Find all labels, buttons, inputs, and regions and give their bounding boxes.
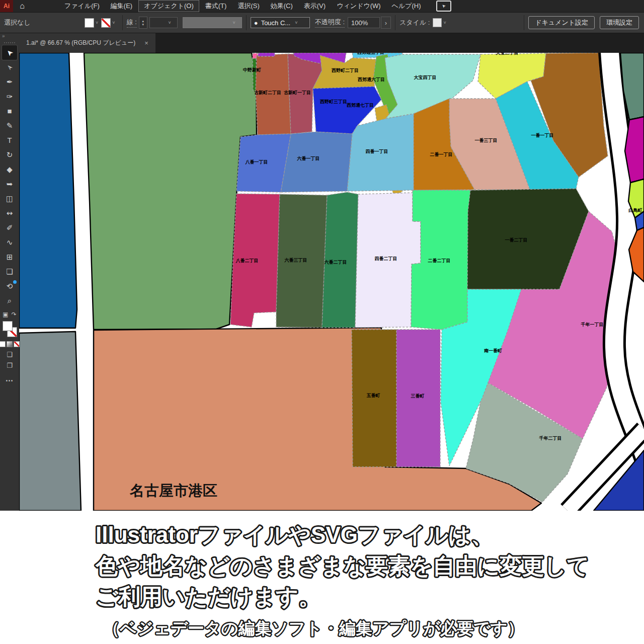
- rectangle-tool-icon: ■: [7, 107, 12, 115]
- fill-color-swatch[interactable]: [85, 18, 94, 28]
- menu-item-view[interactable]: 表示(V): [299, 1, 331, 12]
- width-tool[interactable]: ↭: [2, 206, 17, 220]
- map-label-koshinmachi-2[interactable]: 古新町二丁目: [254, 90, 281, 95]
- menu-item-edit[interactable]: 編集(E): [106, 1, 137, 12]
- style-swatch[interactable]: [433, 18, 442, 27]
- rotate-tool[interactable]: ↻: [2, 147, 17, 162]
- stepper-down-icon[interactable]: ▾: [142, 23, 144, 26]
- map-label-nakano-shinmachi[interactable]: 中野新町: [243, 67, 261, 72]
- map-label-niban-1[interactable]: 二番一丁目: [430, 152, 453, 157]
- edit-toolbar-button[interactable]: …: [6, 374, 14, 383]
- menu-item-help[interactable]: ヘルプ(H): [387, 1, 426, 12]
- artboard-canvas[interactable]: 中野新町古新町二丁目古新町一丁目西野町二丁目西郊通六丁目西野町三丁目西郊通七丁目…: [19, 53, 644, 511]
- preferences-button[interactable]: 環境設定: [600, 16, 639, 29]
- none-button[interactable]: [14, 341, 20, 347]
- map-label-yonban-1[interactable]: 四番一丁目: [366, 149, 388, 154]
- pointer-mode-icon[interactable]: ➤: [436, 1, 451, 12]
- document-tab-title: 1.ai* @ 66.67 % (RGB/CPU プレビュー): [26, 39, 135, 47]
- map-label-sennen-2[interactable]: 千年二丁目: [539, 436, 562, 441]
- map-label-yonban-2[interactable]: 四番二丁目: [375, 256, 397, 261]
- map-label-ichiban-1[interactable]: 一番一丁目: [531, 133, 554, 138]
- panel-grip-handle[interactable]: [4, 42, 15, 43]
- stroke-dropdown-icon[interactable]: ˅: [112, 20, 115, 25]
- map-title-label[interactable]: 名古屋市港区: [129, 482, 217, 499]
- stroke-weight-stepper[interactable]: ▴ ▾: [139, 17, 147, 29]
- map-label-hachiban-1[interactable]: 八番一丁目: [245, 159, 268, 165]
- document-setup-button[interactable]: ドキュメント設定: [528, 16, 595, 29]
- gradient-tool[interactable]: ◫: [2, 191, 17, 206]
- map-region-gray-southwest[interactable]: [19, 332, 81, 511]
- eraser-tool[interactable]: ◆: [2, 162, 17, 177]
- stroke-weight-dropdown[interactable]: ˅: [149, 17, 178, 28]
- menu-item-file[interactable]: ファイル(F): [59, 1, 105, 12]
- fill-dropdown-icon[interactable]: ˅: [96, 20, 98, 25]
- map-region-rokuban-1[interactable]: [281, 132, 352, 192]
- stroke-weight-label[interactable]: 線 :: [127, 18, 137, 28]
- map-label-seikodori-6[interactable]: 西郊通六丁目: [357, 77, 385, 82]
- paintbrush-tool[interactable]: ✎: [2, 118, 17, 133]
- curvature-tool[interactable]: ✑: [2, 89, 17, 104]
- undo-arrow-icon[interactable]: ↷: [12, 311, 17, 318]
- rotate-view-tool[interactable]: ⟲: [2, 279, 17, 293]
- map-region-gobancho[interactable]: [352, 330, 396, 467]
- menu-item-type[interactable]: 書式(T): [200, 1, 232, 12]
- export-icon[interactable]: ▣: [3, 311, 8, 318]
- map-label-niban-2[interactable]: 二番二丁目: [428, 258, 451, 263]
- map-region-water-left[interactable]: [19, 53, 77, 328]
- map-label-ichiban-2[interactable]: 一番二丁目: [505, 237, 528, 243]
- map-label-nishinocho-3[interactable]: 西野町三丁目: [319, 99, 347, 104]
- menu-item-effect[interactable]: 効果(C): [266, 1, 298, 12]
- collapse-panel-icon[interactable]: »: [0, 33, 19, 41]
- menu-item-object[interactable]: オブジェクト(O): [138, 0, 199, 12]
- map-label-gobancho[interactable]: 五番町: [367, 393, 380, 398]
- artboard-tool[interactable]: ❏: [2, 264, 17, 279]
- tool-panel: » ➤➢✒✑■✎T↻◆➥◫↭✐∿⊞❏⟲⌕ ▣ ↷ ❑ ❐ …: [0, 33, 19, 511]
- style-dropdown-icon[interactable]: ˅: [443, 20, 446, 25]
- zoom-tool[interactable]: ⌕: [2, 293, 17, 308]
- shape-builder-tool[interactable]: ⊞: [2, 250, 17, 264]
- map-region-green-main[interactable]: [84, 53, 257, 330]
- artboard-tool-icon: ❏: [6, 267, 13, 276]
- map-label-shiratoricho[interactable]: 白鳥町: [629, 208, 642, 213]
- opacity-input[interactable]: 100%: [348, 17, 380, 28]
- shaper-tool[interactable]: ➥: [2, 177, 17, 191]
- map-label-seikodori-5[interactable]: 西郊通五丁目: [357, 53, 384, 55]
- map-label-rokuban-2[interactable]: 六番二丁目: [324, 260, 347, 265]
- fill-swatch[interactable]: [3, 321, 13, 331]
- rectangle-tool[interactable]: ■: [2, 104, 17, 118]
- fill-stroke-control: [2, 321, 17, 339]
- stroke-color-swatch[interactable]: [101, 18, 111, 28]
- map-label-taiho-4[interactable]: 大宝四丁目: [414, 75, 437, 80]
- map-label-sennen-1[interactable]: 千年一丁目: [581, 322, 604, 327]
- selection-tool[interactable]: ➤: [2, 45, 17, 60]
- close-tab-icon[interactable]: ×: [144, 39, 148, 47]
- draw-mode-icon[interactable]: ❑: [7, 351, 13, 358]
- map-label-seikodori-7[interactable]: 西郊通七丁目: [346, 103, 374, 108]
- menu-item-window[interactable]: ウィンドウ(W): [332, 1, 385, 12]
- direct-selection-tool[interactable]: ➢: [2, 60, 17, 74]
- map-label-koshinmachi-1[interactable]: 古新町一丁目: [284, 90, 311, 95]
- menu-item-select[interactable]: 選択(S): [232, 1, 264, 12]
- type-tool[interactable]: T: [2, 133, 17, 147]
- color-button[interactable]: [0, 341, 6, 347]
- map-label-hachiban-2[interactable]: 八番二丁目: [235, 258, 259, 263]
- pen-tool[interactable]: ✒: [2, 74, 17, 89]
- map-label-rokuban-1[interactable]: 六番一丁目: [297, 156, 320, 161]
- map-label-sanbancho[interactable]: 三番町: [411, 393, 425, 398]
- stepper-up-icon[interactable]: ▴: [142, 19, 144, 23]
- gradient-button[interactable]: [7, 341, 13, 347]
- map-label-nishinocho-2[interactable]: 西野町二丁目: [331, 68, 359, 73]
- map-region-purple-blob-a[interactable]: [258, 53, 275, 56]
- home-icon[interactable]: ⌂: [13, 2, 31, 11]
- map-label-taiho-2[interactable]: 大宝二丁目: [496, 53, 519, 55]
- map-label-rokuban-3[interactable]: 六番三丁目: [284, 258, 307, 263]
- blend-tool[interactable]: ∿: [2, 235, 17, 250]
- opacity-more-button[interactable]: ›: [381, 17, 391, 29]
- opacity-label[interactable]: 不透明度 :: [315, 18, 345, 28]
- screen-mode-icon[interactable]: ❐: [7, 362, 13, 369]
- touch-calligraphic-dropdown[interactable]: ● Touch C... ˅: [251, 17, 310, 28]
- map-label-ichiban-3[interactable]: 一番三丁目: [475, 138, 498, 143]
- map-label-minami-ichibancho[interactable]: 南一番町: [484, 348, 502, 353]
- document-tab[interactable]: 1.ai* @ 66.67 % (RGB/CPU プレビュー) ×: [19, 33, 155, 53]
- eyedropper-tool[interactable]: ✐: [2, 220, 17, 235]
